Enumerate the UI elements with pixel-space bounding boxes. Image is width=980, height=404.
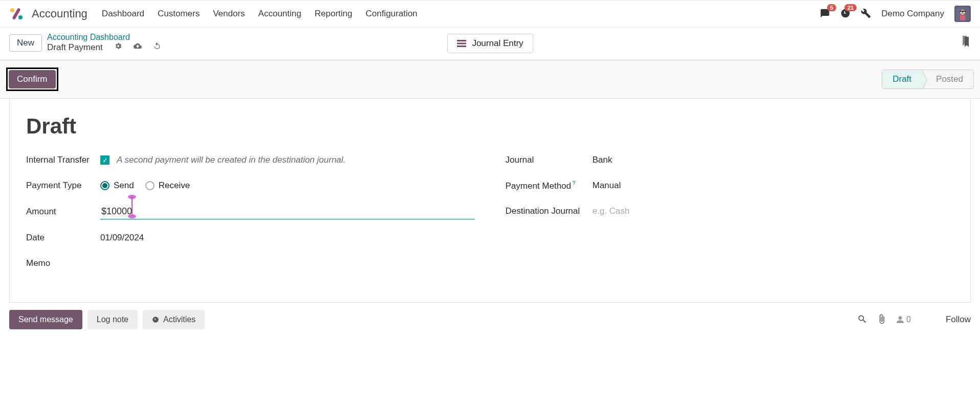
user-avatar[interactable]	[954, 6, 971, 22]
status-posted[interactable]: Posted	[922, 70, 973, 88]
attachment-icon[interactable]	[877, 314, 887, 326]
payment-method-label: Payment Method?	[506, 180, 593, 191]
confirm-button[interactable]: Confirm	[9, 70, 56, 88]
app-name[interactable]: Accounting	[32, 7, 88, 20]
send-message-button[interactable]: Send message	[9, 310, 82, 329]
payment-method-value[interactable]: Manual	[593, 181, 954, 191]
internal-transfer-checkbox[interactable]: ✓	[100, 155, 110, 165]
activities-label: Activities	[163, 315, 195, 324]
company-selector[interactable]: Demo Company	[881, 9, 944, 19]
messages-button[interactable]: 5	[820, 8, 830, 20]
bookmark-icon[interactable]	[961, 36, 971, 50]
form-card: Draft Internal Transfer ✓ A second payme…	[9, 99, 971, 303]
activities-button[interactable]: Activities	[143, 310, 205, 329]
app-logo[interactable]	[9, 7, 24, 21]
svg-point-2	[18, 15, 23, 19]
destination-journal-input[interactable]: e.g. Cash	[593, 206, 954, 216]
follow-button[interactable]: Follow	[946, 315, 971, 325]
form-title: Draft	[26, 114, 954, 139]
payment-type-send-label: Send	[114, 181, 134, 191]
undo-icon[interactable]	[153, 42, 161, 53]
new-button[interactable]: New	[9, 34, 42, 52]
activities-badge: 21	[844, 4, 857, 11]
help-icon[interactable]: ?	[572, 180, 575, 186]
followers-number: 0	[906, 315, 911, 324]
breadcrumb: Accounting Dashboard Draft Payment	[47, 33, 161, 53]
nav-configuration[interactable]: Configuration	[365, 9, 417, 19]
top-navigation: Accounting Dashboard Customers Vendors A…	[0, 0, 980, 28]
internal-transfer-label: Internal Transfer	[26, 155, 100, 165]
payment-type-label: Payment Type	[26, 181, 100, 191]
topnav-right: 5 21 Demo Company	[820, 6, 971, 22]
nav-reporting[interactable]: Reporting	[315, 9, 353, 19]
debug-icon[interactable]	[861, 8, 871, 20]
svg-point-1	[10, 8, 14, 12]
messages-badge: 5	[827, 4, 836, 11]
activities-button[interactable]: 21	[840, 8, 851, 20]
action-bar: Confirm Draft Posted	[0, 60, 980, 99]
journal-label: Journal	[506, 155, 593, 165]
svg-rect-9	[456, 40, 466, 41]
breadcrumb-bar: New Accounting Dashboard Draft Payment J…	[0, 28, 980, 60]
breadcrumb-current: Draft Payment	[47, 42, 103, 53]
followers-count[interactable]: 0	[896, 315, 911, 324]
svg-rect-11	[456, 46, 466, 47]
svg-rect-8	[960, 15, 965, 20]
gear-icon[interactable]	[114, 42, 122, 53]
amount-input[interactable]	[100, 204, 475, 219]
journal-value[interactable]: Bank	[593, 155, 954, 165]
payment-type-send-radio[interactable]: Send	[100, 181, 134, 191]
form-left-column: Internal Transfer ✓ A second payment wil…	[26, 153, 475, 282]
radio-checked-icon	[100, 181, 110, 190]
nav-accounting[interactable]: Accounting	[258, 9, 301, 19]
breadcrumb-parent-link[interactable]: Accounting Dashboard	[47, 33, 161, 42]
internal-transfer-note: A second payment will be created in the …	[117, 155, 345, 165]
status-pills: Draft Posted	[882, 70, 974, 89]
nav-customers[interactable]: Customers	[158, 9, 200, 19]
log-note-button[interactable]: Log note	[88, 310, 138, 329]
journal-entry-button[interactable]: Journal Entry	[447, 34, 533, 53]
amount-label: Amount	[26, 207, 100, 217]
nav-items: Dashboard Customers Vendors Accounting R…	[102, 9, 418, 19]
svg-rect-6	[960, 12, 962, 13]
chatter-search-icon[interactable]	[857, 314, 867, 326]
payment-type-receive-radio[interactable]: Receive	[145, 181, 190, 191]
nav-dashboard[interactable]: Dashboard	[102, 9, 144, 19]
nav-vendors[interactable]: Vendors	[213, 9, 245, 19]
date-label: Date	[26, 233, 100, 243]
svg-rect-10	[456, 43, 466, 44]
chatter-bar: Send message Log note Activities 0 Follo…	[9, 310, 971, 329]
destination-journal-label: Destination Journal	[506, 206, 593, 216]
cloud-upload-icon[interactable]	[134, 42, 142, 53]
radio-unchecked-icon	[145, 181, 155, 190]
journal-entry-label: Journal Entry	[472, 38, 523, 49]
svg-rect-7	[963, 12, 965, 13]
payment-type-receive-label: Receive	[159, 181, 190, 191]
date-value[interactable]: 01/09/2024	[100, 233, 475, 243]
memo-label: Memo	[26, 258, 100, 268]
status-draft[interactable]: Draft	[882, 70, 922, 88]
form-right-column: Journal Bank Payment Method? Manual Dest…	[506, 153, 954, 282]
confirm-highlight: Confirm	[6, 68, 58, 91]
